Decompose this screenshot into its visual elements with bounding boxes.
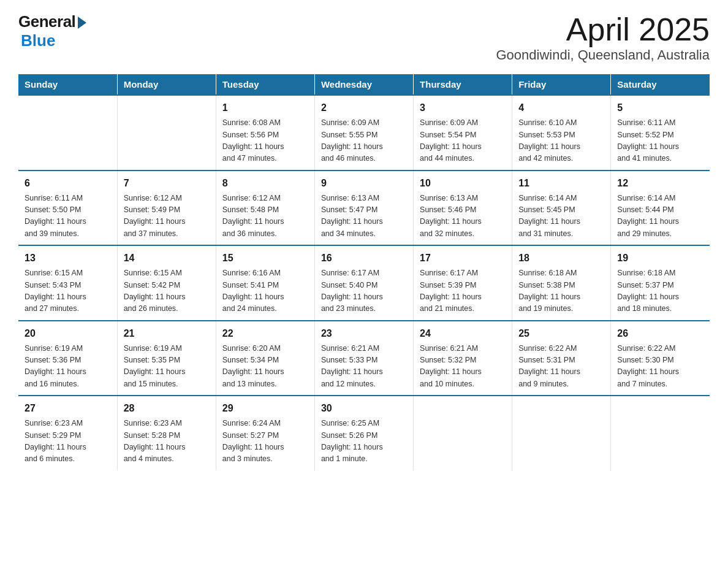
day-number: 23 xyxy=(321,326,407,341)
day-number: 24 xyxy=(420,326,506,341)
calendar-header-wednesday: Wednesday xyxy=(314,74,413,95)
day-number: 2 xyxy=(321,101,407,115)
day-info: Sunrise: 6:23 AM Sunset: 5:28 PM Dayligh… xyxy=(124,418,210,465)
day-number: 27 xyxy=(25,401,111,416)
day-info: Sunrise: 6:13 AM Sunset: 5:47 PM Dayligh… xyxy=(321,193,407,240)
day-number: 3 xyxy=(420,101,506,115)
calendar-cell: 26Sunrise: 6:22 AM Sunset: 5:30 PM Dayli… xyxy=(611,321,710,396)
calendar-cell: 21Sunrise: 6:19 AM Sunset: 5:35 PM Dayli… xyxy=(117,321,216,396)
day-number: 7 xyxy=(124,176,210,191)
calendar-table: SundayMondayTuesdayWednesdayThursdayFrid… xyxy=(18,74,710,470)
day-number: 22 xyxy=(222,326,308,341)
page-title: April 2025 xyxy=(496,12,710,47)
calendar-cell xyxy=(611,396,710,470)
calendar-header-tuesday: Tuesday xyxy=(216,74,314,95)
calendar-cell: 1Sunrise: 6:08 AM Sunset: 5:56 PM Daylig… xyxy=(216,95,314,170)
day-info: Sunrise: 6:23 AM Sunset: 5:29 PM Dayligh… xyxy=(25,418,111,465)
day-number: 25 xyxy=(518,326,604,341)
calendar-cell: 13Sunrise: 6:15 AM Sunset: 5:43 PM Dayli… xyxy=(18,245,117,321)
calendar-cell: 16Sunrise: 6:17 AM Sunset: 5:40 PM Dayli… xyxy=(314,245,413,321)
calendar-cell: 18Sunrise: 6:18 AM Sunset: 5:38 PM Dayli… xyxy=(512,245,611,321)
calendar-cell: 29Sunrise: 6:24 AM Sunset: 5:27 PM Dayli… xyxy=(216,396,314,470)
day-number: 29 xyxy=(222,401,308,416)
calendar-cell xyxy=(512,396,611,470)
calendar-cell: 9Sunrise: 6:13 AM Sunset: 5:47 PM Daylig… xyxy=(314,170,413,246)
calendar-cell xyxy=(18,95,117,170)
calendar-cell: 17Sunrise: 6:17 AM Sunset: 5:39 PM Dayli… xyxy=(414,245,512,321)
day-number: 8 xyxy=(222,176,308,191)
calendar-week-row: 1Sunrise: 6:08 AM Sunset: 5:56 PM Daylig… xyxy=(18,95,710,170)
day-info: Sunrise: 6:15 AM Sunset: 5:42 PM Dayligh… xyxy=(124,267,210,315)
calendar-cell: 15Sunrise: 6:16 AM Sunset: 5:41 PM Dayli… xyxy=(216,245,314,321)
page-header: General Blue April 2025 Goondiwindi, Que… xyxy=(18,12,710,63)
logo-general-text: General xyxy=(18,12,75,31)
calendar-cell: 3Sunrise: 6:09 AM Sunset: 5:54 PM Daylig… xyxy=(414,95,512,170)
page-subtitle: Goondiwindi, Queensland, Australia xyxy=(496,47,710,63)
day-info: Sunrise: 6:19 AM Sunset: 5:36 PM Dayligh… xyxy=(25,343,111,391)
calendar-cell: 14Sunrise: 6:15 AM Sunset: 5:42 PM Dayli… xyxy=(117,245,216,321)
calendar-week-row: 20Sunrise: 6:19 AM Sunset: 5:36 PM Dayli… xyxy=(18,321,710,396)
calendar-header-saturday: Saturday xyxy=(611,74,710,95)
day-info: Sunrise: 6:19 AM Sunset: 5:35 PM Dayligh… xyxy=(124,343,210,391)
day-number: 14 xyxy=(124,251,210,266)
day-info: Sunrise: 6:24 AM Sunset: 5:27 PM Dayligh… xyxy=(222,418,308,465)
day-number: 10 xyxy=(420,176,506,191)
day-number: 16 xyxy=(321,251,407,266)
day-info: Sunrise: 6:09 AM Sunset: 5:54 PM Dayligh… xyxy=(420,117,506,165)
day-number: 21 xyxy=(124,326,210,341)
calendar-cell: 4Sunrise: 6:10 AM Sunset: 5:53 PM Daylig… xyxy=(512,95,611,170)
calendar-week-row: 13Sunrise: 6:15 AM Sunset: 5:43 PM Dayli… xyxy=(18,245,710,321)
calendar-header-monday: Monday xyxy=(117,74,216,95)
calendar-cell: 24Sunrise: 6:21 AM Sunset: 5:32 PM Dayli… xyxy=(414,321,512,396)
day-number: 6 xyxy=(25,176,111,191)
calendar-cell: 8Sunrise: 6:12 AM Sunset: 5:48 PM Daylig… xyxy=(216,170,314,246)
day-info: Sunrise: 6:18 AM Sunset: 5:38 PM Dayligh… xyxy=(518,267,604,315)
calendar-cell: 7Sunrise: 6:12 AM Sunset: 5:49 PM Daylig… xyxy=(117,170,216,246)
calendar-cell: 27Sunrise: 6:23 AM Sunset: 5:29 PM Dayli… xyxy=(18,396,117,470)
calendar-cell: 11Sunrise: 6:14 AM Sunset: 5:45 PM Dayli… xyxy=(512,170,611,246)
calendar-cell: 23Sunrise: 6:21 AM Sunset: 5:33 PM Dayli… xyxy=(314,321,413,396)
day-info: Sunrise: 6:11 AM Sunset: 5:50 PM Dayligh… xyxy=(25,193,111,240)
day-number: 13 xyxy=(25,251,111,266)
day-number: 18 xyxy=(518,251,604,266)
day-number: 15 xyxy=(222,251,308,266)
day-number: 11 xyxy=(518,176,604,191)
day-number: 1 xyxy=(222,101,308,115)
day-info: Sunrise: 6:17 AM Sunset: 5:40 PM Dayligh… xyxy=(321,267,407,315)
day-info: Sunrise: 6:17 AM Sunset: 5:39 PM Dayligh… xyxy=(420,267,506,315)
day-info: Sunrise: 6:13 AM Sunset: 5:46 PM Dayligh… xyxy=(420,193,506,240)
day-info: Sunrise: 6:18 AM Sunset: 5:37 PM Dayligh… xyxy=(617,267,703,315)
day-number: 20 xyxy=(25,326,111,341)
logo: General Blue xyxy=(18,12,86,50)
calendar-cell: 10Sunrise: 6:13 AM Sunset: 5:46 PM Dayli… xyxy=(414,170,512,246)
day-number: 30 xyxy=(321,401,407,416)
calendar-cell: 5Sunrise: 6:11 AM Sunset: 5:52 PM Daylig… xyxy=(611,95,710,170)
calendar-cell: 25Sunrise: 6:22 AM Sunset: 5:31 PM Dayli… xyxy=(512,321,611,396)
calendar-cell: 12Sunrise: 6:14 AM Sunset: 5:44 PM Dayli… xyxy=(611,170,710,246)
day-number: 19 xyxy=(617,251,703,266)
day-info: Sunrise: 6:20 AM Sunset: 5:34 PM Dayligh… xyxy=(222,343,308,391)
day-number: 4 xyxy=(518,101,604,115)
calendar-week-row: 27Sunrise: 6:23 AM Sunset: 5:29 PM Dayli… xyxy=(18,396,710,470)
day-info: Sunrise: 6:25 AM Sunset: 5:26 PM Dayligh… xyxy=(321,418,407,465)
calendar-header-thursday: Thursday xyxy=(414,74,512,95)
logo-blue-text: Blue xyxy=(21,31,55,50)
day-info: Sunrise: 6:12 AM Sunset: 5:49 PM Dayligh… xyxy=(124,193,210,240)
day-info: Sunrise: 6:21 AM Sunset: 5:32 PM Dayligh… xyxy=(420,343,506,391)
logo-arrow-icon xyxy=(78,17,86,29)
day-info: Sunrise: 6:21 AM Sunset: 5:33 PM Dayligh… xyxy=(321,343,407,391)
calendar-cell: 28Sunrise: 6:23 AM Sunset: 5:28 PM Dayli… xyxy=(117,396,216,470)
calendar-header-friday: Friday xyxy=(512,74,611,95)
day-info: Sunrise: 6:16 AM Sunset: 5:41 PM Dayligh… xyxy=(222,267,308,315)
calendar-cell: 22Sunrise: 6:20 AM Sunset: 5:34 PM Dayli… xyxy=(216,321,314,396)
day-info: Sunrise: 6:11 AM Sunset: 5:52 PM Dayligh… xyxy=(617,117,703,165)
day-info: Sunrise: 6:22 AM Sunset: 5:31 PM Dayligh… xyxy=(518,343,604,391)
calendar-cell xyxy=(117,95,216,170)
calendar-cell: 2Sunrise: 6:09 AM Sunset: 5:55 PM Daylig… xyxy=(314,95,413,170)
day-info: Sunrise: 6:22 AM Sunset: 5:30 PM Dayligh… xyxy=(617,343,703,391)
calendar-header-row: SundayMondayTuesdayWednesdayThursdayFrid… xyxy=(18,74,710,95)
calendar-header-sunday: Sunday xyxy=(18,74,117,95)
day-info: Sunrise: 6:14 AM Sunset: 5:45 PM Dayligh… xyxy=(518,193,604,240)
day-info: Sunrise: 6:10 AM Sunset: 5:53 PM Dayligh… xyxy=(518,117,604,165)
calendar-cell: 30Sunrise: 6:25 AM Sunset: 5:26 PM Dayli… xyxy=(314,396,413,470)
